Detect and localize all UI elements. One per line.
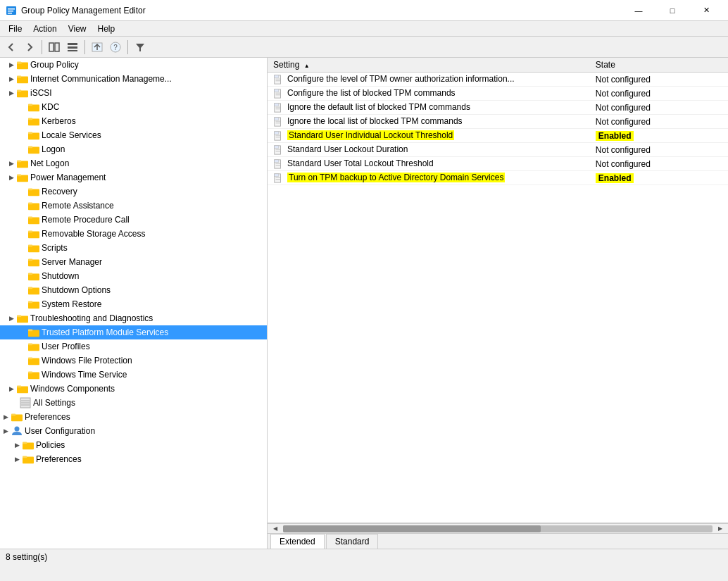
table-row[interactable]: Turn on TPM backup to Active Directory D… [268, 171, 728, 185]
svg-rect-5 [55, 43, 59, 51]
expander-icon: ▶ [6, 313, 17, 324]
tree-panel[interactable]: ▶ Group Policy ▶ Internet Communication … [0, 58, 268, 549]
table-row[interactable]: Standard User Lockout DurationNot config… [268, 143, 728, 157]
settings-table[interactable]: Setting ▲ State Configure the level of T… [268, 58, 728, 523]
folder-icon [28, 200, 39, 211]
setting-name-text: Standard User Total Lockout Threshold [287, 158, 434, 168]
tree-item-shutdown[interactable]: ▶ Shutdown [0, 269, 267, 283]
svg-rect-24 [28, 118, 32, 120]
tree-item-user-profiles[interactable]: ▶ User Profiles [0, 339, 267, 354]
right-horizontal-scrollbar[interactable]: ◀ ▶ [268, 523, 728, 533]
table-row[interactable]: Ignore the default list of blocked TPM c… [268, 101, 728, 115]
up-button[interactable] [89, 39, 106, 56]
tree-item-preferences-root[interactable]: ▶ Preferences [0, 410, 267, 424]
svg-rect-73 [23, 456, 27, 458]
setting-state-cell: Enabled [590, 171, 728, 185]
tab-standard[interactable]: Standard [326, 534, 379, 549]
menu-action[interactable]: Action [27, 23, 62, 35]
expander-icon: ▶ [6, 158, 17, 169]
svg-rect-50 [28, 301, 32, 304]
tree-item-logon[interactable]: ▶ Logon [0, 142, 267, 156]
tree-item-remote-assist[interactable]: ▶ Remote Assistance [0, 199, 267, 213]
scroll-left-arrow[interactable]: ◀ [270, 524, 280, 534]
tree-label: Kerberos [42, 116, 76, 126]
setting-name-cell: Configure the list of blocked TPM comman… [268, 87, 590, 101]
table-row[interactable]: Configure the list of blocked TPM comman… [268, 87, 728, 101]
setting-state-cell: Not configured [590, 73, 728, 87]
table-row[interactable]: Standard User Individual Lockout Thresho… [268, 129, 728, 143]
tree-item-win-components[interactable]: ▶ Windows Components [0, 382, 267, 396]
tree-item-policies-user[interactable]: ▶ Policies [0, 438, 267, 452]
help-button[interactable]: ? [107, 39, 124, 56]
tree-item-kdc[interactable]: ▶ KDC [0, 100, 267, 114]
tree-item-kerberos[interactable]: ▶ Kerberos [0, 114, 267, 128]
forward-button[interactable] [21, 39, 38, 56]
tree-label: Power Management [30, 173, 106, 182]
tree-item-system-restore[interactable]: ▶ System Restore [0, 297, 267, 311]
svg-rect-56 [28, 344, 32, 346]
toolbar-separator-1 [42, 40, 42, 54]
folder-icon [28, 101, 39, 113]
tree-item-group-policy[interactable]: ▶ Group Policy [0, 58, 267, 72]
tree-item-removable[interactable]: ▶ Removable Storage Access [0, 227, 267, 241]
tree-item-troubleshoot[interactable]: ▶ Troubleshooting and Diagnostics [0, 311, 267, 325]
filter-button[interactable] [132, 39, 149, 56]
setting-name-text: Configure the list of blocked TPM comman… [287, 88, 456, 98]
tree-item-preferences-user[interactable]: ▶ Preferences [0, 452, 267, 466]
tree-item-all-settings[interactable]: ▶ All Settings [0, 396, 267, 410]
minimize-button[interactable]: — [622, 0, 655, 21]
setting-name-cell: Ignore the local list of blocked TPM com… [268, 115, 590, 129]
column-state[interactable]: State [590, 58, 728, 73]
column-setting[interactable]: Setting ▲ [268, 58, 590, 73]
folder-icon [28, 355, 39, 366]
tree-item-power[interactable]: ▶ Power Management [0, 170, 267, 185]
back-button[interactable] [3, 39, 20, 56]
folder-icon [28, 270, 39, 282]
tree-item-recovery[interactable]: ▶ Recovery [0, 185, 267, 199]
menu-file[interactable]: File [3, 23, 27, 35]
setting-icon [273, 103, 284, 113]
tree-item-net-logon[interactable]: ▶ Net Logon [0, 156, 267, 170]
tree-label: Removable Storage Access [42, 229, 145, 239]
table-row[interactable]: Ignore the local list of blocked TPM com… [268, 115, 728, 129]
tree-item-locale[interactable]: ▶ Locale Services [0, 128, 267, 142]
folder-icon [17, 172, 28, 183]
close-button[interactable]: ✕ [690, 0, 722, 21]
svg-rect-40 [28, 231, 32, 233]
setting-name-text: Ignore the default list of blocked TPM c… [287, 102, 470, 112]
tree-item-server-mgr[interactable]: ▶ Server Manager [0, 255, 267, 269]
tree-item-iscsi[interactable]: ▶ iSCSI [0, 86, 267, 100]
setting-state-cell: Not configured [590, 115, 728, 129]
table-row[interactable]: Configure the level of TPM owner authori… [268, 73, 728, 87]
tree-item-win-file-protect[interactable]: ▶ Windows File Protection [0, 354, 267, 368]
tree-item-user-config[interactable]: ▶ User Configuration [0, 424, 267, 438]
menu-bar: File Action View Help [0, 21, 728, 37]
svg-rect-44 [28, 259, 32, 261]
tab-extended[interactable]: Extended [270, 534, 325, 549]
svg-rect-26 [28, 132, 32, 135]
tree-label: Policies [36, 440, 65, 450]
setting-icon [273, 145, 284, 155]
tree-item-scripts[interactable]: ▶ Scripts [0, 241, 267, 255]
tree-label: Shutdown Options [42, 285, 111, 295]
tree-item-rpc[interactable]: ▶ Remote Procedure Call [0, 213, 267, 227]
tree-item-internet-comm[interactable]: ▶ Internet Communication Manageme... [0, 72, 267, 86]
window-title: Group Policy Management Editor [21, 6, 622, 15]
svg-rect-30 [17, 161, 21, 163]
folder-icon [17, 87, 28, 99]
maximize-button[interactable]: □ [656, 0, 689, 21]
tree-item-tpm[interactable]: ▶ Trusted Platform Module Services [0, 325, 267, 339]
view-button[interactable] [64, 39, 81, 56]
folder-icon [28, 214, 39, 225]
tree-label: Remote Assistance [42, 201, 114, 211]
scroll-right-arrow[interactable]: ▶ [715, 524, 725, 534]
folder-icon [28, 369, 39, 380]
tree-item-win-time[interactable]: ▶ Windows Time Service [0, 368, 267, 382]
menu-view[interactable]: View [63, 23, 92, 35]
menu-help[interactable]: Help [92, 23, 121, 35]
show-hide-button[interactable] [46, 39, 63, 56]
table-row[interactable]: Standard User Total Lockout ThresholdNot… [268, 157, 728, 171]
tree-label: Troubleshooting and Diagnostics [30, 313, 153, 323]
svg-rect-2 [8, 11, 13, 12]
tree-item-shutdown-opts[interactable]: ▶ Shutdown Options [0, 283, 267, 297]
